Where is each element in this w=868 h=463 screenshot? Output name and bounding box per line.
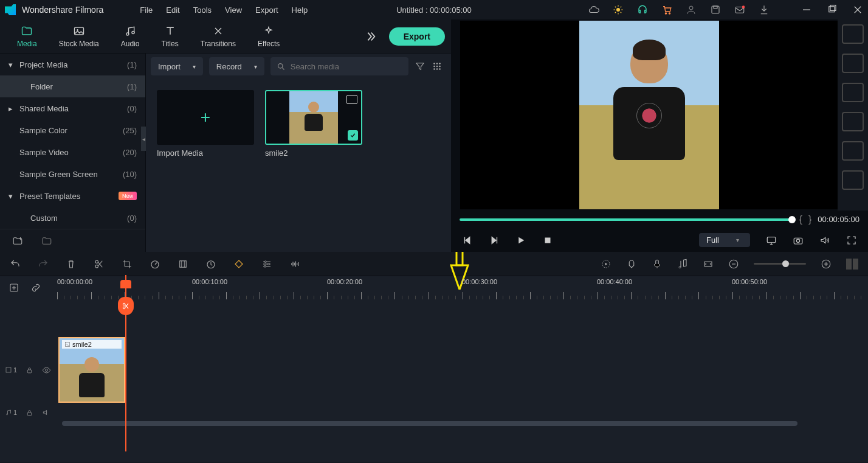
adjust-icon[interactable]: [261, 259, 272, 270]
sidebar-item-folder[interactable]: Folder (1): [0, 75, 145, 97]
preview-viewport[interactable]: [460, 21, 838, 209]
freeze-icon[interactable]: [177, 259, 188, 270]
tab-transitions[interactable]: Transitions: [190, 25, 247, 48]
mute-icon[interactable]: [42, 408, 50, 417]
fit-icon[interactable]: [703, 259, 714, 270]
menu-tools[interactable]: Tools: [193, 5, 212, 15]
download-icon[interactable]: [759, 4, 770, 15]
slot-button[interactable]: [842, 170, 864, 190]
tab-audio[interactable]: Audio: [110, 25, 151, 48]
prev-frame-icon[interactable]: [462, 235, 473, 246]
stop-icon[interactable]: [542, 235, 553, 246]
slot-button[interactable]: [842, 83, 864, 102]
new-folder-icon[interactable]: [12, 235, 23, 246]
redo-icon[interactable]: [38, 259, 49, 270]
zoom-slider[interactable]: [754, 263, 806, 265]
zoom-out-icon[interactable]: [728, 259, 739, 270]
playhead-split-icon[interactable]: [118, 297, 134, 315]
record-dropdown[interactable]: Record▾: [209, 57, 264, 75]
zoom-in-icon[interactable]: [821, 259, 832, 270]
track-height-toggle[interactable]: [846, 259, 858, 270]
fullscreen-icon[interactable]: [846, 235, 857, 246]
tab-titles[interactable]: Titles: [150, 25, 189, 48]
brace-left-icon[interactable]: {: [799, 214, 802, 225]
close-icon[interactable]: [852, 4, 863, 15]
collapse-handle-icon[interactable]: ◂: [141, 127, 146, 151]
audio-adjust-icon[interactable]: [289, 259, 300, 270]
duration-icon[interactable]: [205, 259, 216, 270]
headset-icon[interactable]: [637, 4, 648, 15]
slot-button[interactable]: [842, 141, 864, 161]
search-input[interactable]: [291, 62, 402, 71]
scrub-track[interactable]: [460, 218, 793, 221]
export-button[interactable]: Export: [389, 27, 445, 46]
playhead[interactable]: [125, 275, 126, 451]
tab-media[interactable]: Media: [6, 25, 48, 48]
slot-button[interactable]: [842, 24, 864, 44]
import-dropdown[interactable]: Import▾: [151, 57, 203, 75]
cloud-icon[interactable]: [588, 4, 599, 15]
maximize-icon[interactable]: [827, 4, 838, 15]
menu-view[interactable]: View: [225, 5, 242, 15]
snapshot-icon[interactable]: [793, 235, 804, 246]
brace-right-icon[interactable]: }: [808, 214, 811, 225]
audio-mixer-icon[interactable]: [677, 259, 688, 270]
split-icon[interactable]: [94, 259, 105, 270]
voiceover-icon[interactable]: [652, 259, 663, 270]
timeline-clip-smile2[interactable]: smile2: [58, 337, 125, 403]
undo-icon[interactable]: [10, 259, 21, 270]
menu-export[interactable]: Export: [255, 5, 278, 15]
eye-icon[interactable]: [42, 366, 51, 375]
menu-file[interactable]: File: [140, 5, 153, 15]
sidebar-item-sample-video[interactable]: Sample Video (20): [0, 141, 145, 163]
sidebar-item-project-media[interactable]: ▾ Project Media (1): [0, 54, 145, 75]
sidebar-item-preset-templates[interactable]: ▾ Preset Templates New: [0, 185, 145, 207]
lock-icon[interactable]: [26, 366, 33, 374]
media-item-smile2[interactable]: smile2: [265, 90, 362, 158]
scrub-handle[interactable]: [788, 216, 796, 223]
add-track-icon[interactable]: [9, 282, 19, 293]
tab-stock-media[interactable]: Stock Media: [48, 25, 110, 48]
monitor-icon[interactable]: [766, 235, 777, 246]
import-media-cell[interactable]: + Import Media: [157, 90, 254, 158]
slot-button[interactable]: [842, 112, 864, 131]
next-frame-icon[interactable]: [489, 235, 500, 246]
scrollbar-thumb[interactable]: [62, 421, 797, 426]
zoom-handle[interactable]: [782, 260, 789, 267]
sidebar-item-shared-media[interactable]: ▸ Shared Media (0): [0, 97, 145, 119]
mail-icon[interactable]: [734, 4, 745, 15]
sidebar-item-custom[interactable]: Custom (0): [0, 207, 145, 229]
volume-icon[interactable]: [819, 235, 830, 246]
cart-icon[interactable]: [661, 4, 672, 15]
image-icon: [73, 25, 85, 37]
crop-icon[interactable]: [122, 259, 133, 270]
timeline-scrollbar[interactable]: [0, 421, 868, 428]
marker-icon[interactable]: [626, 259, 637, 270]
playhead-head-icon[interactable]: [120, 280, 131, 288]
ruler-body[interactable]: 00:00:00:00 00:00:10:00 00:00:20:00 00:0…: [57, 276, 868, 299]
slot-button[interactable]: [842, 54, 864, 73]
grid-view-icon[interactable]: [432, 61, 443, 72]
keyframe-icon[interactable]: [233, 259, 244, 270]
menu-edit[interactable]: Edit: [166, 5, 179, 15]
filter-icon[interactable]: [415, 61, 425, 72]
folder-icon[interactable]: [41, 235, 52, 246]
expand-tabs-icon[interactable]: [363, 30, 377, 43]
play-icon[interactable]: [515, 235, 526, 246]
delete-icon[interactable]: [66, 259, 77, 270]
link-icon[interactable]: [30, 282, 41, 293]
minimize-icon[interactable]: [801, 4, 812, 15]
user-icon[interactable]: [686, 4, 697, 15]
search-media-box[interactable]: [270, 57, 408, 75]
sidebar-item-sample-green[interactable]: Sample Green Screen (10): [0, 163, 145, 185]
menu-help[interactable]: Help: [292, 5, 308, 15]
svg-point-48: [46, 369, 48, 371]
bulb-icon[interactable]: [613, 4, 624, 15]
speed-icon[interactable]: [150, 259, 160, 270]
sidebar-item-sample-color[interactable]: Sample Color (25): [0, 119, 145, 141]
render-icon[interactable]: [601, 259, 611, 270]
save-icon[interactable]: [710, 4, 721, 15]
lock-icon[interactable]: [26, 409, 33, 417]
quality-dropdown[interactable]: Full▾: [699, 233, 750, 247]
tab-effects[interactable]: Effects: [247, 25, 291, 48]
